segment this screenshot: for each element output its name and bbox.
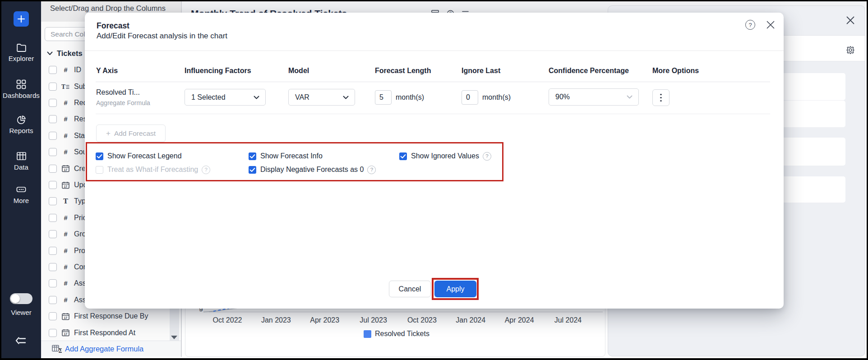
x-axis-label: Jan 2023 — [261, 316, 291, 324]
chart-legend[interactable]: Resolved Tickets — [364, 330, 429, 338]
tickets-group-header[interactable]: Tickets — [47, 49, 83, 58]
confidence-percentage-dropdown[interactable]: 90% — [549, 88, 639, 106]
x-axis-label: Jul 2023 — [360, 316, 387, 324]
field-checkbox[interactable] — [49, 312, 57, 320]
col-header-more-options: More Options — [652, 67, 699, 75]
field-row[interactable]: 17 First Responded At — [41, 325, 181, 341]
checkbox[interactable] — [249, 166, 256, 174]
chevron-down-icon — [254, 96, 259, 99]
field-checkbox[interactable] — [49, 132, 57, 140]
help-icon[interactable]: ? — [367, 166, 376, 174]
forecast-option[interactable]: Show Forecast Legend ? — [96, 149, 249, 163]
scroll-down-arrow-icon[interactable] — [171, 336, 177, 339]
field-checkbox[interactable] — [49, 148, 57, 156]
field-checkbox[interactable] — [49, 329, 57, 337]
create-new-button[interactable] — [14, 11, 29, 27]
divider — [96, 114, 770, 114]
field-checkbox[interactable] — [49, 230, 57, 238]
number-icon: # — [61, 263, 70, 271]
divider — [96, 82, 770, 82]
forecast-option-label: Treat as What-if Forecasting — [107, 166, 198, 174]
add-forecast-button[interactable]: + Add Forecast — [96, 125, 166, 142]
forecast-option[interactable]: Show Forecast Info ? — [249, 149, 399, 163]
field-checkbox[interactable] — [49, 181, 57, 189]
number-icon: # — [61, 296, 70, 304]
ignore-last-input[interactable] — [462, 90, 478, 105]
checkbox[interactable] — [96, 152, 103, 160]
number-icon: # — [61, 231, 70, 238]
nav-item-label: Explorer — [9, 55, 34, 62]
date-icon: 17 — [61, 313, 70, 320]
folder-icon — [16, 42, 27, 53]
field-checkbox[interactable] — [49, 66, 57, 74]
svg-text:Σ: Σ — [58, 347, 62, 353]
check-icon — [249, 166, 256, 174]
number-icon: # — [61, 148, 70, 156]
number-icon: # — [61, 132, 70, 139]
forecast-option[interactable]: Display Negative Forecasts as 0 ? — [249, 163, 399, 176]
legend-label: Resolved Tickets — [375, 330, 429, 338]
nav-item[interactable]: More — [1, 184, 41, 204]
svg-text:17: 17 — [64, 332, 67, 336]
forecast-option[interactable]: Show Ignored Values ? — [399, 149, 652, 163]
field-checkbox[interactable] — [49, 165, 57, 173]
col-header-ignore-last: Ignore Last — [462, 67, 500, 75]
y-axis-subtitle: Aggregate Formula — [96, 99, 150, 106]
aggregate-table-icon: Σ — [52, 345, 62, 353]
field-row[interactable]: 17 First Response Due By — [41, 308, 181, 324]
nav-item[interactable]: Data — [1, 151, 41, 171]
modal-close-icon[interactable] — [766, 20, 775, 29]
data-icon — [16, 151, 27, 162]
svg-text:17: 17 — [64, 185, 67, 188]
number-icon: # — [61, 115, 70, 123]
field-name: ID — [74, 66, 81, 74]
modal-title: Forecast — [97, 21, 129, 31]
apply-button[interactable]: Apply — [434, 281, 476, 297]
x-axis-label: Apr 2023 — [310, 316, 339, 324]
forecast-option[interactable]: Treat as What-if Forecasting ? — [96, 163, 249, 176]
x-axis-label: Jul 2024 — [554, 316, 582, 324]
svg-text:T: T — [61, 83, 65, 90]
influencing-factors-dropdown[interactable]: 1 Selected — [185, 89, 266, 106]
forecast-option-label: Show Forecast Legend — [107, 152, 182, 160]
checkbox[interactable] — [399, 152, 407, 160]
help-icon[interactable]: ? — [483, 152, 491, 161]
field-checkbox[interactable] — [49, 99, 57, 107]
add-forecast-label: Add Forecast — [114, 129, 156, 138]
date-icon: 17 — [61, 165, 70, 172]
plus-icon: + — [106, 129, 111, 138]
panel-close-icon[interactable] — [845, 15, 855, 25]
nav-item[interactable]: Explorer — [1, 42, 41, 62]
col-header-forecast-length: Forecast Length — [375, 67, 431, 75]
field-checkbox[interactable] — [49, 83, 57, 91]
more-options-button[interactable] — [652, 89, 669, 106]
forecast-length-unit: month(s) — [396, 93, 424, 102]
model-dropdown[interactable]: VAR — [288, 89, 355, 106]
field-checkbox[interactable] — [49, 247, 57, 255]
nav-item[interactable]: Dashboards — [1, 79, 41, 99]
checkbox[interactable] — [96, 166, 103, 174]
number-icon: # — [61, 280, 70, 287]
col-header-y-axis: Y Axis — [96, 67, 118, 75]
checkbox[interactable] — [249, 152, 256, 160]
add-aggregate-formula-button[interactable]: Σ Add Aggregate Formula — [41, 341, 181, 357]
chevron-down-icon — [627, 95, 633, 99]
field-checkbox[interactable] — [49, 279, 57, 287]
y-axis-value: Resolved Ti... — [96, 88, 140, 97]
col-header-confidence-percentage: Confidence Percentage — [549, 67, 629, 75]
collapse-sidebar-button[interactable] — [15, 335, 28, 346]
viewer-toggle[interactable] — [10, 293, 32, 304]
forecast-length-input[interactable] — [375, 90, 392, 105]
cancel-button[interactable]: Cancel — [389, 281, 431, 297]
nav-item[interactable]: Reports — [1, 114, 41, 134]
app-window: Explorer Dashboards Reports Data — [1, 1, 867, 358]
gear-icon[interactable] — [845, 45, 855, 55]
field-checkbox[interactable] — [49, 115, 57, 123]
field-checkbox[interactable] — [49, 296, 57, 304]
field-checkbox[interactable] — [49, 197, 57, 205]
field-checkbox[interactable] — [49, 263, 57, 271]
modal-help-icon[interactable]: ? — [745, 20, 755, 30]
help-icon[interactable]: ? — [202, 166, 210, 174]
x-axis-line — [209, 312, 603, 312]
field-checkbox[interactable] — [49, 214, 57, 222]
